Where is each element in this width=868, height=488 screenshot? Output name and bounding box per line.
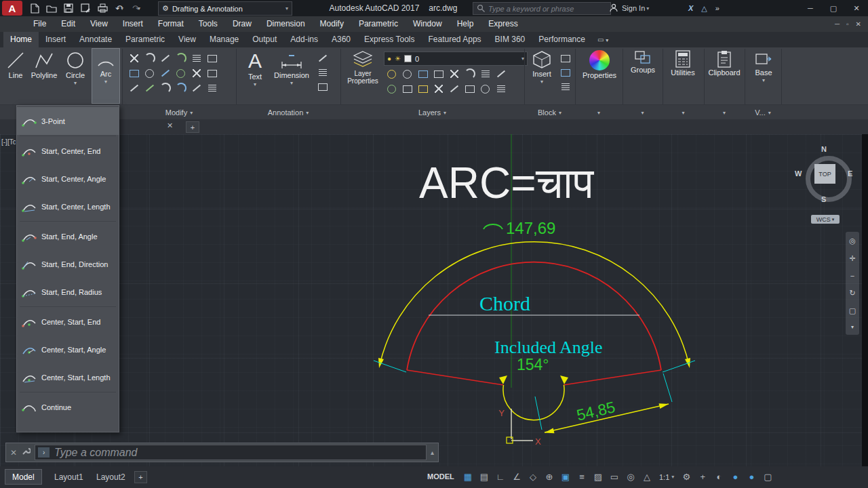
save-icon[interactable] [61,1,76,15]
workspace-switcher[interactable]: ⚙ Drafting & Annotation ▾ [158,1,292,16]
dynamic-ucs-icon[interactable]: ◎ [623,469,639,485]
arc-menu-item-continue[interactable]: Continue [17,393,119,421]
tab-express-tools[interactable]: Express Tools [357,32,421,47]
tab-view[interactable]: View [172,32,203,47]
viewcube-north[interactable]: N [821,145,827,153]
open-folder-icon[interactable] [44,1,59,15]
snap-mode-icon[interactable]: ▤ [476,469,492,485]
layer-walk-icon[interactable] [494,67,508,81]
panel-label-groups[interactable]: ▾ [623,105,663,120]
circle-caret-icon[interactable]: ▾ [74,80,77,86]
commandline-customize-icon[interactable] [21,447,31,459]
join-icon[interactable] [142,81,157,95]
arc-menu-item-center-start-length[interactable]: Center, Start, Length [17,363,119,391]
ortho-icon[interactable]: ∟ [492,469,509,485]
layer-unisolate-icon[interactable] [384,82,399,96]
arc-tool-button[interactable]: Arc ▾ [92,49,119,103]
tab-parametric[interactable]: Parametric [119,32,172,47]
toolbar-overflow-icon[interactable]: » [715,4,719,12]
menu-draw[interactable]: Draw [225,16,259,32]
tab-annotate[interactable]: Annotate [73,32,119,47]
block-attributes-icon[interactable] [558,80,572,94]
layer-unlock-icon[interactable] [416,82,430,96]
insert-block-button[interactable]: Insert ▾ [528,50,555,85]
line-tool-button[interactable]: Line [4,50,27,79]
layer-state-icon[interactable] [478,67,492,81]
grid-icon[interactable]: ▦ [460,469,476,485]
polyline-tool-button[interactable]: Polyline [30,50,58,79]
arc-menu-item-start-end-angle[interactable]: Start, End, Angle [17,222,119,250]
file-tab-close-icon[interactable]: ✕ [167,121,173,130]
layer-off-icon[interactable] [384,67,399,81]
edit-block-icon[interactable] [558,66,572,79]
panel-label-block[interactable]: Block▾ [524,105,575,120]
copy-icon[interactable] [205,52,219,65]
ribbon-display-toggle-icon[interactable]: ▭ ▾ [597,32,608,47]
object-snap-icon[interactable]: ▣ [557,469,574,485]
minimize-button[interactable]: ─ [799,0,822,16]
isometric-drafting-icon[interactable]: ◇ [525,469,541,485]
panel-label-annotation[interactable]: Annotation▾ [236,105,340,120]
panel-label-modify[interactable]: Modify▾ [122,105,236,120]
tab-model[interactable]: Model [5,470,41,484]
panel-label-properties[interactable]: ▾ [575,105,623,120]
sign-in-control[interactable]: Sign In ▾ [609,0,649,16]
layer-lock-icon[interactable] [431,67,446,81]
lengthen-icon[interactable] [189,81,203,95]
redo-icon[interactable]: ↷▾ [129,1,144,15]
panel-label-layers[interactable]: Layers▾ [340,105,524,120]
a360-icon[interactable]: △ [701,4,707,13]
command-input[interactable]: › Type a command [35,445,427,460]
layer-copy-icon[interactable] [462,82,477,96]
arc-menu-item-center-start-angle[interactable]: Center, Start, Angle [17,336,119,363]
tab-layout2[interactable]: Layout2 [90,470,132,484]
new-file-icon[interactable] [27,1,42,15]
dimension-caret-icon[interactable]: ▾ [290,80,293,86]
zoom-icon[interactable]: − [850,272,854,280]
annotation-visibility-icon[interactable]: △ [639,469,655,485]
stretch-icon[interactable] [158,66,172,80]
move-icon[interactable] [127,52,141,65]
isolate-objects-icon[interactable]: ◐ [711,469,727,485]
autocad-logo-icon[interactable]: A [2,1,22,16]
tab-insert[interactable]: Insert [39,32,73,47]
tab-layout1[interactable]: Layout1 [47,470,90,484]
close-button[interactable]: ✕ [845,0,868,16]
array-icon[interactable] [189,52,203,65]
maximize-button[interactable]: ▢ [822,0,845,16]
scale-icon[interactable] [142,66,157,80]
help-search-input[interactable]: Type a keyword or phrase [473,2,611,15]
arc-menu-item-center-start-end[interactable]: Center, Start, End [17,308,119,336]
undo-icon[interactable]: ↶▾ [112,1,127,15]
lineweight-icon[interactable]: ≡ [574,469,590,485]
orbit-icon[interactable]: ↻ [849,289,855,298]
fillet-icon[interactable] [174,52,188,65]
insert-caret-icon[interactable]: ▾ [540,79,543,85]
doc-minimize-icon[interactable]: ─ [835,20,840,28]
tab-bim360[interactable]: BIM 360 [488,32,532,47]
mirror-icon[interactable] [127,66,141,80]
workspace-switch-gear-icon[interactable]: ⚙ [678,469,694,485]
menu-tools[interactable]: Tools [191,16,225,32]
clean-screen-icon[interactable]: ▢ [760,469,776,485]
circle-tool-button[interactable]: Circle ▾ [61,50,90,86]
layer-delete-icon[interactable] [447,82,461,96]
new-layout-button[interactable]: + [134,471,147,483]
chamfer-icon[interactable] [158,81,172,95]
menu-view[interactable]: View [83,16,115,32]
viewcube-south[interactable]: S [821,195,826,203]
menu-parametric[interactable]: Parametric [351,16,406,32]
navbar-caret-icon[interactable]: ▾ [851,324,854,330]
arc-menu-item-start-center-end[interactable]: Start, Center, End [17,137,119,165]
doc-close-icon[interactable]: ✕ [856,20,861,28]
viewcube-west[interactable]: W [795,169,802,178]
arc-menu-item-3point[interactable]: 3-Point [17,107,119,135]
offset-icon[interactable] [174,66,188,80]
layer-merge-icon[interactable] [431,82,446,96]
layer-properties-button[interactable]: Layer Properties [344,50,381,85]
arc-menu-item-start-end-radius[interactable]: Start, End, Radius [17,278,119,306]
utilities-button[interactable]: Utilities [667,50,699,77]
showmotion-icon[interactable]: ▢ [849,306,856,315]
save-as-icon[interactable] [78,1,93,15]
doc-restore-icon[interactable]: ▫ [846,20,849,28]
